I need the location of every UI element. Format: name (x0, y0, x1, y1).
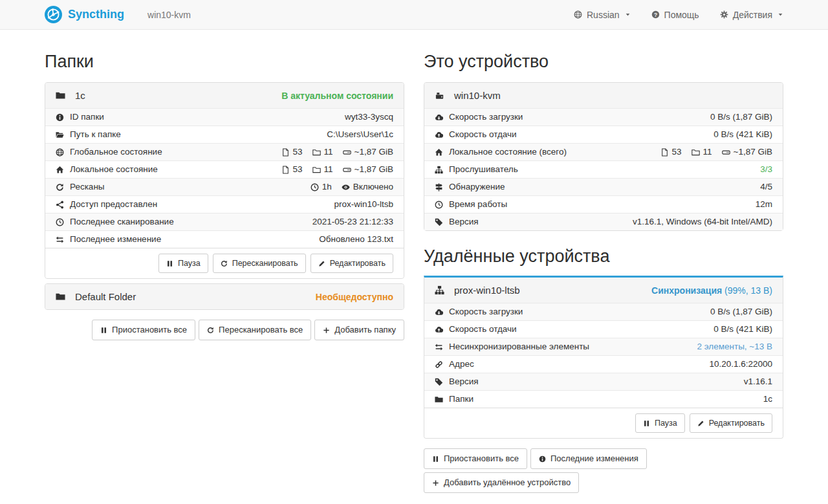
folder-open-icon (56, 131, 64, 139)
help-label: Помощь (664, 10, 699, 20)
brand-name: Syncthing (68, 8, 124, 21)
add-folder-button[interactable]: Добавить папку (314, 320, 404, 340)
edit-folder-button[interactable]: Редактировать (310, 254, 393, 273)
pause-icon (432, 455, 439, 463)
link-icon (435, 360, 443, 369)
table-row: Время работы 12m (424, 195, 783, 213)
table-row: Последнее изменение Обновлено 123.txt (45, 230, 404, 248)
row-value: 0 B/s (1,87 GiB) (710, 111, 772, 123)
exchange-icon (435, 343, 443, 351)
refresh-icon (207, 327, 214, 334)
this-device-name: win10-kvm (454, 90, 501, 101)
file-icon (281, 148, 290, 157)
pause-icon (166, 260, 173, 267)
info-circle-icon (539, 455, 546, 463)
row-label: Время работы (449, 199, 507, 210)
this-device-header[interactable]: win10-kvm (424, 83, 783, 108)
table-row: Обнаружение 4/5 (424, 178, 783, 195)
folder-panel-footer: Пауза Пересканировать Редактировать (45, 248, 404, 278)
row-label: Несинхронизированные элементы (449, 341, 589, 353)
table-row: Версия v1.16.1 (424, 373, 783, 390)
pause-all-folders-button[interactable]: Приостановить все (92, 320, 195, 340)
row-value: 0 B/s (421 KiB) (714, 129, 772, 140)
home-icon (435, 148, 443, 157)
remote-device-table: Скорость загрузки 0 B/s (1,87 GiB) Скоро… (424, 303, 783, 408)
folder-panel-1c: 1c В актуальном состоянии ID папки wyt33… (45, 82, 404, 279)
row-value: 53 11 ~1,87 GiB (281, 146, 393, 158)
rescan-folder-button[interactable]: Пересканировать (213, 254, 306, 273)
remote-device-status-badge: Синхронизация (99%, 13 B) (651, 285, 772, 296)
table-row: Локальное состояние 53 11 ~1,87 GiB (45, 160, 404, 178)
syncthing-brand[interactable]: Syncthing (45, 6, 124, 23)
row-label: Ресканы (70, 181, 105, 193)
table-row: Скорость отдачи 0 B/s (421 KiB) (424, 320, 783, 338)
add-remote-device-button[interactable]: Добавить удалённое устройство (424, 472, 579, 493)
row-value: C:\Users\User\1c (327, 129, 393, 140)
rescan-all-folders-button[interactable]: Пересканировать все (199, 320, 311, 340)
recent-changes-button[interactable]: Последние изменения (530, 448, 647, 469)
clock-icon (310, 183, 319, 192)
table-row: Скорость загрузки 0 B/s (1,87 GiB) (424, 108, 783, 126)
row-label: Глобальное состояние (70, 146, 162, 158)
sitemap-icon (435, 166, 443, 174)
row-label: Скорость отдачи (449, 129, 517, 140)
table-row: Последнее сканирование 2021-05-23 21:12:… (45, 213, 404, 230)
gear-icon (720, 10, 728, 19)
pencil-icon (318, 260, 325, 267)
cloud-upload-icon (435, 325, 443, 334)
remote-device-footer: Пауза Редактировать (424, 408, 783, 438)
share-icon (56, 201, 64, 209)
table-row: Локальное состояние (всего) 53 11 ~1,87 … (424, 143, 783, 160)
row-label: Скорость отдачи (449, 323, 517, 335)
hdd-icon (343, 148, 351, 157)
folder-outline-icon (692, 148, 700, 157)
row-value: 1h Включено (310, 181, 393, 193)
edit-device-button[interactable]: Редактировать (690, 413, 772, 433)
folder-panel-header[interactable]: Default Folder Необщедоступно (45, 284, 404, 309)
file-icon (281, 166, 290, 174)
row-label: Скорость загрузки (449, 306, 523, 318)
pause-all-devices-button[interactable]: Приостановить все (424, 448, 527, 469)
row-label: Версия (449, 376, 479, 388)
file-icon (660, 148, 669, 157)
pause-icon (100, 327, 107, 334)
folder-panel-default: Default Folder Необщедоступно (45, 283, 404, 310)
row-value: 4/5 (760, 181, 772, 193)
table-row: Путь к папке C:\Users\User\1c (45, 126, 404, 143)
row-value: prox-win10-ltsb (334, 199, 393, 210)
row-value: 2 элементы, ~13 B (697, 341, 772, 353)
map-signs-icon (435, 183, 443, 192)
question-circle-icon (651, 10, 660, 19)
row-value: 2021-05-23 21:12:33 (312, 216, 393, 228)
language-dropdown[interactable]: Russian (574, 10, 631, 20)
help-menu-item[interactable]: Помощь (651, 10, 699, 20)
globe-icon (574, 10, 582, 19)
row-value: 53 11 ~1,87 GiB (281, 164, 393, 175)
folder-panel-header[interactable]: 1c В актуальном состоянии (45, 83, 404, 108)
remote-device-panel: prox-win10-ltsb Синхронизация (99%, 13 B… (424, 276, 783, 439)
actions-label: Действия (733, 10, 772, 20)
actions-dropdown[interactable]: Действия (720, 10, 783, 20)
pause-device-button[interactable]: Пауза (635, 413, 685, 433)
remote-device-header[interactable]: prox-win10-ltsb Синхронизация (99%, 13 B… (424, 278, 783, 303)
folder-status-badge: Необщедоступно (316, 292, 393, 302)
row-label: Скорость загрузки (449, 111, 523, 123)
out-of-sync-items-link[interactable]: 2 элементы, ~13 B (697, 341, 772, 353)
hdd-icon (722, 148, 730, 157)
row-label: Доступ предоставлен (70, 199, 157, 210)
chevron-down-icon (625, 12, 631, 17)
folder-icon (56, 292, 65, 301)
row-value: 0 B/s (1,87 GiB) (710, 306, 772, 318)
this-device-table: Скорость загрузки 0 B/s (1,87 GiB) Скоро… (424, 108, 783, 230)
row-value: v1.16.1, Windows (64-bit Intel/AMD) (633, 216, 772, 228)
row-label: Версия (449, 216, 479, 228)
plus-icon (432, 479, 439, 487)
folder-name: Default Folder (75, 291, 136, 302)
row-label: Локальное состояние (всего) (449, 146, 567, 158)
pause-folder-button[interactable]: Пауза (158, 254, 208, 273)
row-label: Последнее изменение (70, 234, 161, 245)
device-icon (435, 91, 444, 100)
row-value: 1c (763, 393, 772, 405)
cloud-download-icon (435, 113, 443, 122)
row-label: Обнаружение (449, 181, 505, 193)
